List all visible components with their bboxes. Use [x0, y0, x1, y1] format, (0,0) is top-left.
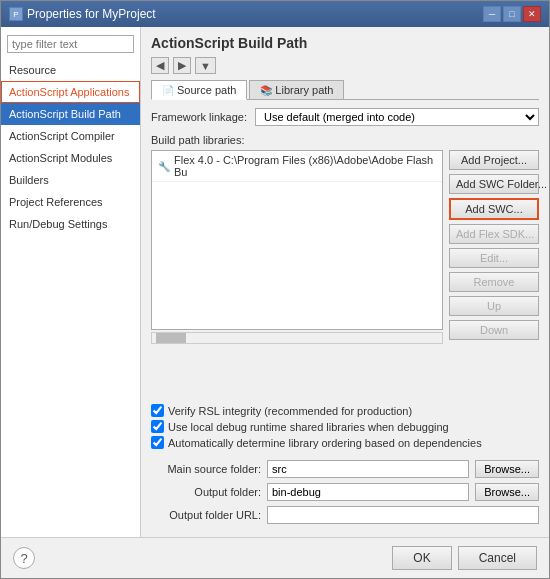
title-bar-controls: ─ □ ✕ [483, 6, 541, 22]
nav-menu-button[interactable]: ▼ [195, 57, 216, 74]
checkbox-verify-rsl: Verify RSL integrity (recommended for pr… [151, 404, 539, 417]
remove-button[interactable]: Remove [449, 272, 539, 292]
output-url-row: Output folder URL: [151, 506, 539, 524]
source-path-icon: 📄 [162, 85, 174, 96]
help-button[interactable]: ? [13, 547, 35, 569]
maximize-button[interactable]: □ [503, 6, 521, 22]
output-folder-label: Output folder: [151, 486, 261, 498]
tab-source-path[interactable]: 📄 Source path [151, 80, 247, 100]
list-item: 🔧 Flex 4.0 - C:\Program Files (x86)\Adob… [152, 151, 442, 182]
cancel-button[interactable]: Cancel [458, 546, 537, 570]
input-section: Main source folder: Browse... Output fol… [151, 460, 539, 529]
main-source-browse-button[interactable]: Browse... [475, 460, 539, 478]
down-button[interactable]: Down [449, 320, 539, 340]
output-url-input[interactable] [267, 506, 539, 524]
sidebar: Resource ActionScript Applications Actio… [1, 27, 141, 537]
up-button[interactable]: Up [449, 296, 539, 316]
main-content: ActionScript Build Path ◀ ▶ ▼ 📄 Source p… [141, 27, 549, 537]
minimize-button[interactable]: ─ [483, 6, 501, 22]
main-title: ActionScript Build Path [151, 35, 539, 51]
build-path-area: 🔧 Flex 4.0 - C:\Program Files (x86)\Adob… [151, 150, 539, 398]
filter-input[interactable] [7, 35, 134, 53]
main-source-input[interactable] [267, 460, 469, 478]
scrollbar-thumb[interactable] [156, 333, 186, 343]
ok-cancel-buttons: OK Cancel [392, 546, 537, 570]
close-button[interactable]: ✕ [523, 6, 541, 22]
add-swc-folder-button[interactable]: Add SWC Folder... [449, 174, 539, 194]
dialog-body: Resource ActionScript Applications Actio… [1, 27, 549, 537]
main-source-row: Main source folder: Browse... [151, 460, 539, 478]
library-list[interactable]: 🔧 Flex 4.0 - C:\Program Files (x86)\Adob… [151, 150, 443, 330]
library-item-icon: 🔧 [158, 161, 170, 172]
sidebar-item-as-modules[interactable]: ActionScript Modules [1, 147, 140, 169]
sidebar-item-as-apps[interactable]: ActionScript Applications [1, 81, 140, 103]
sidebar-item-project-refs[interactable]: Project References [1, 191, 140, 213]
nav-back-button[interactable]: ◀ [151, 57, 169, 74]
edit-button[interactable]: Edit... [449, 248, 539, 268]
linkage-label: Framework linkage: [151, 111, 247, 123]
bottom-bar: ? OK Cancel [1, 537, 549, 578]
verify-rsl-checkbox[interactable] [151, 404, 164, 417]
add-project-button[interactable]: Add Project... [449, 150, 539, 170]
auto-ordering-checkbox[interactable] [151, 436, 164, 449]
window-title: Properties for MyProject [27, 7, 156, 21]
output-url-label: Output folder URL: [151, 509, 261, 521]
output-folder-row: Output folder: Browse... [151, 483, 539, 501]
ok-button[interactable]: OK [392, 546, 451, 570]
title-bar: P Properties for MyProject ─ □ ✕ [1, 1, 549, 27]
window-icon: P [9, 7, 23, 21]
checkboxes-section: Verify RSL integrity (recommended for pr… [151, 404, 539, 452]
sidebar-item-resource[interactable]: Resource [1, 59, 140, 81]
checkbox-auto-ordering: Automatically determine library ordering… [151, 436, 539, 449]
tabs: 📄 Source path 📚 Library path [151, 80, 539, 100]
library-path-icon: 📚 [260, 85, 272, 96]
framework-linkage-row: Framework linkage: Use default (merged i… [151, 108, 539, 126]
main-source-label: Main source folder: [151, 463, 261, 475]
output-folder-browse-button[interactable]: Browse... [475, 483, 539, 501]
dialog-window: P Properties for MyProject ─ □ ✕ Resourc… [0, 0, 550, 579]
nav-forward-button[interactable]: ▶ [173, 57, 191, 74]
buttons-column: Add Project... Add SWC Folder... Add SWC… [449, 150, 539, 398]
horizontal-scrollbar[interactable] [151, 332, 443, 344]
sidebar-item-run-debug[interactable]: Run/Debug Settings [1, 213, 140, 235]
output-folder-input[interactable] [267, 483, 469, 501]
use-local-debug-checkbox[interactable] [151, 420, 164, 433]
title-bar-left: P Properties for MyProject [9, 7, 156, 21]
nav-bar: ◀ ▶ ▼ [151, 57, 539, 74]
sidebar-item-builders[interactable]: Builders [1, 169, 140, 191]
checkbox-use-local-debug: Use local debug runtime shared libraries… [151, 420, 539, 433]
build-path-label: Build path libraries: [151, 134, 539, 146]
add-flex-sdk-button[interactable]: Add Flex SDK... [449, 224, 539, 244]
sidebar-item-as-compiler[interactable]: ActionScript Compiler [1, 125, 140, 147]
linkage-select[interactable]: Use default (merged into code) Merged in… [255, 108, 539, 126]
sidebar-item-as-build-path[interactable]: ActionScript Build Path [1, 103, 140, 125]
tab-library-path[interactable]: 📚 Library path [249, 80, 344, 99]
add-swc-button[interactable]: Add SWC... [449, 198, 539, 220]
